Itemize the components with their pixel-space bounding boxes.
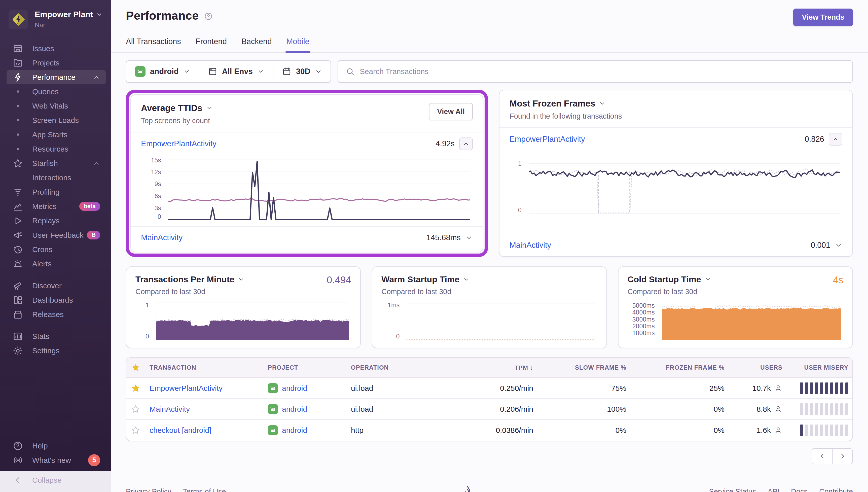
android-project-icon [268,404,278,414]
bullet-icon [12,115,23,126]
sidebar-item-resources[interactable]: Resources [6,142,106,156]
column-header-transaction[interactable]: TRANSACTION [145,364,263,371]
column-header-tpm[interactable]: TPM↓ [475,364,538,372]
chevron-down-icon [598,100,606,107]
column-header-project[interactable]: PROJECT [263,364,347,371]
project-link[interactable]: android [282,405,307,414]
project-link[interactable]: android [282,384,307,393]
tab-backend[interactable]: Backend [241,37,272,52]
sidebar-item-interactions[interactable]: Interactions [6,170,106,185]
sidebar-item-label: Replays [32,217,59,225]
date-range-filter[interactable]: 30D [273,61,331,82]
sidebar-item-user-feedback[interactable]: User FeedbackB [6,228,106,242]
tab-frontend[interactable]: Frontend [196,37,227,52]
column-header-users[interactable]: USERS [729,364,787,371]
star-toggle[interactable] [126,425,145,435]
sidebar-item-label: Profiling [32,188,59,196]
y-axis-label: 3s [155,204,161,212]
ttid-title-dropdown[interactable]: Average TTIDs [141,103,213,113]
org-switcher[interactable]: Empower Plant Nar [0,0,111,37]
terms-of-use-link[interactable]: Terms of Use [183,488,226,492]
most-frozen-frames-panel: Most Frozen Frames Found in the followin… [499,90,853,257]
warm-title-dropdown[interactable]: Warm Startup Time [381,274,470,284]
sidebar-item-what-s-new[interactable]: What's new5 [6,453,106,467]
sidebar-item-metrics[interactable]: Metricsbeta [6,199,106,214]
sidebar-item-screen-loads[interactable]: Screen Loads [6,113,106,127]
frozen-row-link[interactable]: EmpowerPlantActivity [510,135,585,144]
frozen-row-link[interactable]: MainActivity [510,241,551,250]
column-header-operation[interactable]: OPERATION [347,364,475,371]
cold-title: Cold Startup Time [628,274,701,284]
sidebar-item-issues[interactable]: Issues [6,41,106,56]
star-toggle[interactable] [126,404,145,414]
person-icon [774,405,783,414]
sidebar-item-starfish[interactable]: Starfish [6,156,106,170]
environment-filter[interactable]: All Envs [199,61,273,82]
issues-icon [12,43,23,54]
sidebar-item-discover[interactable]: Discover [6,278,106,293]
sidebar-item-settings[interactable]: Settings [6,343,106,358]
collapse-row-button[interactable] [459,138,473,150]
project-filter[interactable]: android [126,61,199,82]
sidebar-item-stats[interactable]: Stats [6,329,106,343]
ttid-row-link[interactable]: EmpowerPlantActivity [141,139,216,148]
sidebar-item-replays[interactable]: Replays [6,214,106,228]
ttid-highlight-ring: Average TTIDs Top screens by count View … [126,90,488,257]
table-header: TRANSACTIONPROJECTOPERATIONTPM↓SLOW FRAM… [126,358,852,378]
sidebar-item-help[interactable]: Help [6,439,106,453]
chevron-down-icon [465,234,473,242]
sidebar-item-performance[interactable]: Performance [6,70,106,84]
sidebar-item-queries[interactable]: Queries [6,84,106,99]
expand-row-button[interactable] [835,242,842,249]
search-input[interactable] [360,67,845,76]
api-link[interactable]: API [768,488,780,492]
view-all-button[interactable]: View All [429,103,473,120]
sidebar-item-projects[interactable]: Projects [6,56,106,70]
tab-mobile[interactable]: Mobile [286,37,309,52]
collapse-row-button[interactable] [829,133,842,146]
column-header-slow-frame-[interactable]: SLOW FRAME % [538,364,631,371]
star-toggle[interactable] [126,384,145,393]
tpm-cell: 0.250/min [475,384,538,393]
sidebar-item-releases[interactable]: Releases [6,307,106,322]
tpm-title-dropdown[interactable]: Transactions Per Minute [135,274,245,284]
sidebar-item-web-vitals[interactable]: Web Vitals [6,99,106,113]
star-column-header[interactable] [126,363,145,372]
contribute-link[interactable]: Contribute [819,488,853,492]
sidebar-item-label: Releases [32,310,64,319]
column-header-user-misery[interactable]: USER MISERY [787,364,853,371]
cold-title-dropdown[interactable]: Cold Startup Time [628,274,711,284]
ttid-title: Average TTIDs [141,103,202,113]
frozen-title-dropdown[interactable]: Most Frozen Frames [510,98,622,108]
sidebar-item-alerts[interactable]: Alerts [6,256,106,271]
sidebar-item-app-starts[interactable]: App Starts [6,127,106,142]
sidebar-item-dashboards[interactable]: Dashboards [6,293,106,307]
column-header-frozen-frame-[interactable]: FROZEN FRAME % [631,364,729,371]
expand-row-button[interactable] [465,234,473,242]
y-axis-label: 6s [155,192,161,199]
ttid-row-link[interactable]: MainActivity [141,233,182,242]
view-trends-button[interactable]: View Trends [793,8,853,26]
sidebar-item-crons[interactable]: Crons [6,242,106,256]
sentry-logo-icon[interactable] [226,485,709,492]
chevron-up-icon [463,141,469,147]
tab-all-transactions[interactable]: All Transactions [126,37,181,52]
alerts-icon [12,259,23,269]
next-page-button[interactable] [832,449,852,464]
transaction-link[interactable]: MainActivity [150,405,190,413]
docs-link[interactable]: Docs [791,488,808,492]
sidebar-item-profiling[interactable]: Profiling [6,185,106,199]
transaction-link[interactable]: checkout [android] [150,426,211,434]
page-filters: android All Envs 30D [126,60,331,83]
previous-page-button[interactable] [812,449,832,464]
sidebar-item-collapse[interactable]: Collapse [0,471,111,492]
calendar-icon [282,67,291,76]
cold-startup-chart: 5000ms4000ms3000ms2000ms1000ms [628,301,843,340]
transaction-link[interactable]: EmpowerPlantActivity [150,384,223,392]
project-link[interactable]: android [282,426,307,435]
slow-frame-cell: 75% [538,384,631,393]
sidebar-item-label: Settings [32,346,59,355]
privacy-policy-link[interactable]: Privacy Policy [126,488,172,492]
help-icon[interactable] [204,12,213,21]
service-status-link[interactable]: Service Status [709,488,756,492]
